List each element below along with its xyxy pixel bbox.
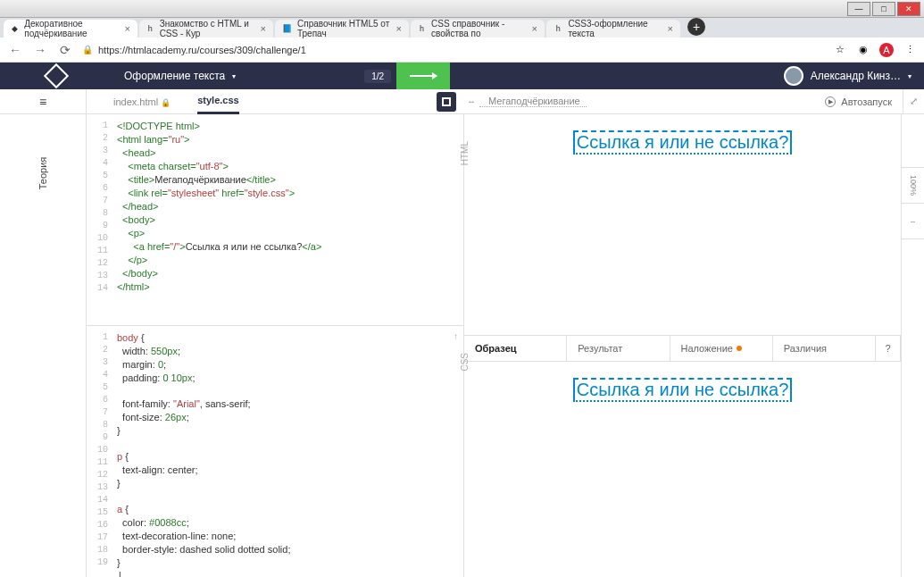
browser-tab[interactable]: hCSS3-оформление текста× <box>546 20 680 38</box>
main-area: Теория 1234567891011121314 <!DOCTYPE htm… <box>0 114 924 577</box>
theory-sidebar[interactable]: Теория <box>0 114 87 577</box>
chevron-down-icon: ▾ <box>232 72 236 80</box>
address-bar: ← → ⟳ 🔒https://htmlacademy.ru/courses/30… <box>0 38 924 63</box>
menu-toggle-icon[interactable]: ≡ <box>32 95 54 109</box>
layout-toggle-button[interactable] <box>437 92 456 112</box>
extension-icon[interactable]: ◉ <box>856 43 870 57</box>
reload-button[interactable]: ⟳ <box>57 43 73 57</box>
app-header: Оформление текста▾ 1/2 Александр Кинз… ▾ <box>0 63 924 89</box>
tab-close-icon[interactable]: × <box>668 23 673 34</box>
tab-title: Декоративное подчёркивание <box>24 19 119 38</box>
expand-icon[interactable]: ⤢ <box>903 89 924 113</box>
tab-sample[interactable]: Образец <box>464 336 567 361</box>
minimize-button[interactable]: — <box>847 2 870 16</box>
autorun-toggle[interactable]: ▶Автозапуск <box>814 89 903 113</box>
user-name: Александр Кинз… <box>811 70 901 82</box>
tab-title: Знакомство с HTML и CSS - Кур <box>160 19 255 38</box>
step-counter: 1/2 <box>364 70 391 83</box>
favicon-icon: 📘 <box>282 23 292 34</box>
maximize-button[interactable]: □ <box>872 2 895 16</box>
preview-link[interactable]: Ссылка я или не ссылка? <box>573 130 793 155</box>
lock-icon: 🔒 <box>161 98 171 107</box>
favicon-icon: h <box>146 23 154 34</box>
line-gutter: 12345678910111213141516171819 <box>87 326 113 577</box>
tab-title: Справочник HTML5 от Трепач <box>297 19 391 38</box>
warning-dot-icon <box>737 346 742 351</box>
browser-tab[interactable]: hЗнакомство с HTML и CSS - Кур× <box>139 20 273 38</box>
preview-sample: Ссылка я или не ссылка? <box>464 362 901 577</box>
url-text: https://htmlacademy.ru/courses/309/chall… <box>98 45 306 55</box>
preview-column: Ссылка я или не ссылка? Образец Результа… <box>463 114 924 577</box>
favicon-icon: h <box>554 23 562 34</box>
code-area[interactable]: <!DOCTYPE html> <html lang="ru"> <head> … <box>113 114 463 325</box>
css-editor[interactable]: 12345678910111213141516171819 body { wid… <box>87 326 463 577</box>
tab-help[interactable]: ? <box>876 336 901 361</box>
code-area[interactable]: body { width: 550px; margin: 0; padding:… <box>113 326 463 577</box>
lock-icon: 🔒 <box>82 45 93 54</box>
tab-close-icon[interactable]: × <box>396 23 402 34</box>
tab-close-icon[interactable]: × <box>125 23 130 34</box>
editor-label-html: HTML <box>460 141 470 165</box>
profile-icon[interactable]: A <box>879 43 894 57</box>
browser-tab[interactable]: ◆Декоративное подчёркивание× <box>4 20 137 38</box>
lesson-title[interactable]: Оформление текста▾ <box>112 70 248 82</box>
result-tabs: Образец Результат Наложение Различия ? <box>464 335 901 362</box>
file-tab-css[interactable]: style.css <box>197 88 238 114</box>
chevron-down-icon: ▾ <box>908 72 912 80</box>
line-gutter: 1234567891011121314 <box>87 114 113 325</box>
tab-result[interactable]: Результат <box>567 336 670 361</box>
file-tab-html[interactable]: index.html 🔒 <box>113 90 171 113</box>
browser-tab[interactable]: 📘Справочник HTML5 от Трепач× <box>275 20 409 38</box>
sample-link: Ссылка я или не ссылка? <box>573 378 793 402</box>
tab-diff[interactable]: Различия <box>773 336 876 361</box>
zoom-controls: 100% – <box>901 114 924 577</box>
editors: 1234567891011121314 <!DOCTYPE html> <htm… <box>87 114 463 577</box>
favicon-icon: h <box>418 23 426 34</box>
close-button[interactable]: ✕ <box>897 2 920 16</box>
tab-title: CSS3-оформление текста <box>568 19 662 38</box>
new-tab-button[interactable]: + <box>687 18 705 36</box>
tab-close-icon[interactable]: × <box>532 23 537 34</box>
star-icon[interactable]: ☆ <box>833 43 847 57</box>
zoom-100[interactable]: 100% <box>902 168 924 204</box>
next-button[interactable] <box>396 63 450 89</box>
tab-close-icon[interactable]: × <box>261 23 266 34</box>
theory-label: Теория <box>37 157 48 190</box>
avatar <box>784 66 803 86</box>
user-menu[interactable]: Александр Кинз… ▾ <box>784 66 924 86</box>
arrow-right-icon <box>410 75 437 77</box>
menu-icon[interactable]: ⋮ <box>903 43 917 57</box>
preview-title: Мегаподчёркивание <box>479 96 587 107</box>
url-input[interactable]: 🔒https://htmlacademy.ru/courses/309/chal… <box>82 45 824 55</box>
tab-overlay[interactable]: Наложение <box>670 336 773 361</box>
play-icon: ▶ <box>825 96 836 107</box>
browser-tab[interactable]: hCSS справочник - свойства по× <box>411 20 545 38</box>
favicon-icon: ◆ <box>11 23 19 34</box>
zoom-minus[interactable]: – <box>902 204 924 239</box>
resize-handle[interactable]: ↔ <box>463 89 479 113</box>
window-controls: — □ ✕ <box>0 0 924 18</box>
browser-tab-bar: ◆Декоративное подчёркивание× hЗнакомство… <box>0 18 924 38</box>
html-editor[interactable]: 1234567891011121314 <!DOCTYPE html> <htm… <box>87 114 463 326</box>
forward-button[interactable]: → <box>32 43 48 57</box>
back-button[interactable]: ← <box>7 43 23 57</box>
logo[interactable] <box>0 67 112 85</box>
preview-result: Ссылка я или не ссылка? <box>464 114 901 335</box>
editor-label-css: CSS <box>460 353 470 372</box>
tab-title: CSS справочник - свойства по <box>431 19 526 38</box>
sub-header: ≡ index.html 🔒 style.css ↔ Мегаподчёркив… <box>0 89 924 114</box>
collapse-icon[interactable]: ↑ <box>454 331 458 341</box>
